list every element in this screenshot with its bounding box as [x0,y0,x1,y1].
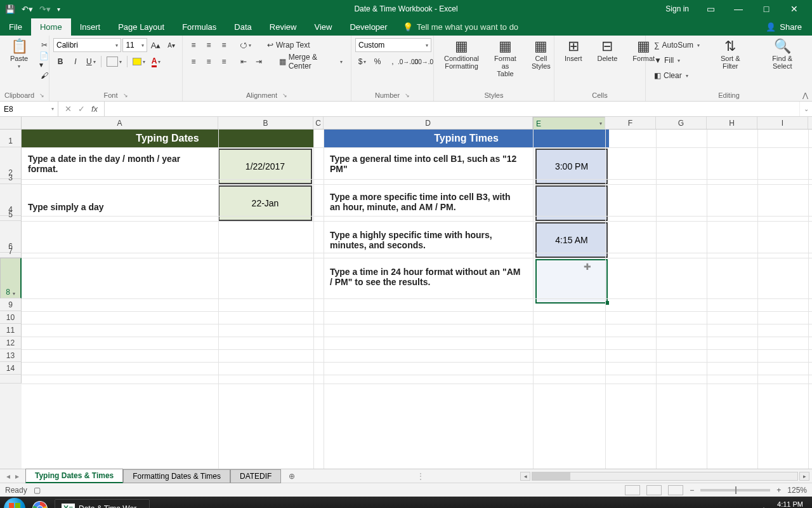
orientation-button[interactable]: ⭯ [237,38,254,52]
system-clock[interactable]: 4:11 PM 1/15/2017 [772,500,803,508]
cell-e8-selected[interactable] [535,259,608,304]
tab-data[interactable]: Data [225,18,260,36]
tab-view[interactable]: View [305,18,341,36]
align-center-button[interactable]: ≡ [202,55,216,69]
row-header-14[interactable]: 14 [0,362,22,375]
spreadsheet-grid[interactable]: ABCDEFGHI 1234567891011121314 Typing Dat… [0,117,812,469]
zoom-in-button[interactable]: + [776,486,781,495]
col-header-G[interactable]: G [656,117,707,129]
save-icon[interactable]: 💾 [5,4,15,14]
decrease-font-button[interactable]: A▾ [164,38,178,52]
accounting-format-button[interactable]: $ [355,55,369,69]
row-header-3[interactable]: 3 [0,179,22,184]
fx-icon[interactable]: fx [91,104,98,114]
align-top-button[interactable]: ≡ [187,38,200,52]
hscroll-thumb[interactable] [532,472,570,480]
normal-view-button[interactable] [625,485,640,495]
row-header-9[interactable]: 9 [0,298,22,311]
cell-a2[interactable]: Type a date in the day / month / year fo… [22,149,217,179]
ribbon-display-icon[interactable]: ▭ [698,4,723,14]
col-header-D[interactable]: D [324,117,533,129]
page-layout-view-button[interactable] [646,485,662,495]
sheet-tab-3[interactable]: DATEDIF [230,469,281,483]
underline-button[interactable]: U [84,55,98,69]
col-header-H[interactable]: H [707,117,757,129]
expand-formula-bar-icon[interactable]: ⌄ [799,102,812,116]
row-header-5[interactable]: 5 [0,216,22,221]
tab-home[interactable]: Home [31,18,71,36]
start-button[interactable] [4,498,25,508]
tab-file[interactable]: File [0,18,31,36]
percent-format-button[interactable]: % [370,55,384,69]
bold-button[interactable]: B [53,55,67,69]
macro-record-icon[interactable]: ▢ [34,486,41,495]
cell-d6[interactable]: Type a highly specific time with hours, … [324,225,529,255]
col-header-E[interactable]: E [533,117,605,131]
tab-review[interactable]: Review [261,18,306,36]
tab-page-layout[interactable]: Page Layout [109,18,173,36]
font-launcher-icon[interactable]: ↘ [123,92,128,98]
row-header-7[interactable]: 7 [0,253,22,258]
align-bottom-button[interactable]: ≡ [217,38,231,52]
cell-a4[interactable]: Type simply a day [22,197,217,217]
clipboard-launcher-icon[interactable]: ↘ [39,92,44,98]
decrease-indent-button[interactable]: ⇤ [237,55,251,69]
tray-expand-icon[interactable]: ▴ [762,504,766,508]
increase-indent-button[interactable]: ⇥ [252,55,266,69]
number-launcher-icon[interactable]: ↘ [405,92,410,98]
find-select-button[interactable]: 🔍Find & Select [757,38,808,71]
col-header-B[interactable]: B [218,117,313,129]
row-header-8[interactable]: 8 [0,258,22,298]
font-name-select[interactable]: Calibri [53,38,121,52]
italic-button[interactable]: I [69,55,82,69]
name-box[interactable]: E8 [0,102,58,116]
fill-color-button[interactable] [130,55,148,69]
insert-cells-button[interactable]: ⊞Insert [558,38,589,64]
cell-d4[interactable]: Type a more specific time into cell B3, … [324,187,529,217]
undo-icon[interactable]: ↶▾ [22,4,33,14]
new-sheet-button[interactable]: ⊕ [281,472,303,481]
row-header-13[interactable]: 13 [0,349,22,362]
align-left-button[interactable]: ≡ [187,55,200,69]
sort-filter-button[interactable]: ⇅Sort & Filter [707,38,754,71]
zoom-level[interactable]: 125% [787,486,807,495]
fill-button[interactable]: ▼Fill [650,53,704,67]
cell-d2[interactable]: Type a general time into cell B1, such a… [324,149,529,179]
delete-cells-button[interactable]: ⊟Delete [591,38,624,64]
row-header-11[interactable]: 11 [0,324,22,337]
enter-formula-icon[interactable]: ✓ [78,104,85,114]
col-header-C[interactable]: C [313,117,324,129]
minimize-button[interactable]: ― [726,4,751,14]
row-header-12[interactable]: 12 [0,337,22,349]
tell-me[interactable]: 💡Tell me what you want to do [396,18,525,36]
hscroll-right-icon[interactable]: ▸ [799,472,809,481]
conditional-formatting-button[interactable]: ▦Conditional Formatting [438,38,485,71]
align-right-button[interactable]: ≡ [217,55,231,69]
row-header-1[interactable]: 1 [0,130,22,147]
hscroll-left-icon[interactable]: ◂ [520,472,530,481]
chrome-taskbar-icon[interactable] [29,499,51,508]
merge-center-button[interactable]: ▦Merge & Center [275,55,347,69]
autosum-button[interactable]: ∑AutoSum [650,38,704,52]
row-header-[interactable] [0,375,22,384]
number-format-select[interactable]: Custom [355,38,431,52]
sheet-tab-2[interactable]: Formatting Dates & Times [123,469,230,483]
formula-input[interactable] [105,102,799,116]
border-button[interactable] [104,55,124,69]
excel-taskbar-item[interactable]: X≡ Date & Time Wor... [55,499,150,508]
share-button[interactable]: 👤Share [756,18,812,36]
qat-customize-icon[interactable]: ▾ [57,6,60,13]
wrap-text-button[interactable]: ↩Wrap Text [263,38,315,52]
paste-button[interactable]: 📋 Paste ▾ [4,38,34,70]
hscroll-track[interactable] [532,472,798,481]
page-break-view-button[interactable] [668,485,683,495]
align-middle-button[interactable]: ≡ [202,38,216,52]
font-color-button[interactable]: A [149,55,164,69]
increase-font-button[interactable]: A▴ [148,38,163,52]
redo-icon[interactable]: ↷▾ [39,4,51,14]
cell-d8[interactable]: Type a time in 24 hour format without an… [324,262,529,292]
col-header-A[interactable]: A [22,117,218,129]
alignment-launcher-icon[interactable]: ↘ [282,92,287,98]
cancel-formula-icon[interactable]: ✕ [65,104,72,114]
zoom-slider[interactable] [700,489,770,491]
